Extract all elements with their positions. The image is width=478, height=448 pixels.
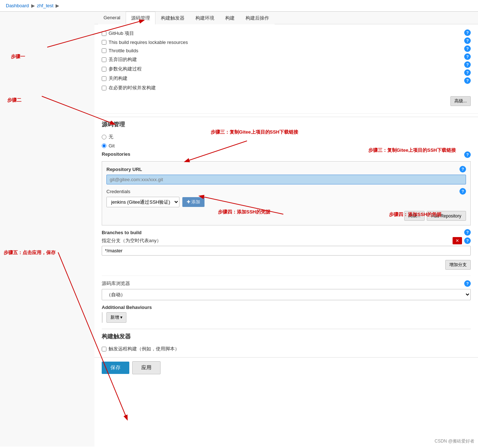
help-icon-repo-url[interactable]: ? — [459, 166, 466, 172]
annotation-step3: 步骤三：复制Gitee上项目的SSH下载链接 — [368, 147, 456, 154]
checkbox-disable-input[interactable] — [102, 76, 106, 81]
general-section: GitHub 项目 This build requires lockable r… — [94, 24, 478, 110]
branches-section: Branches to build ? 指定分支（为空时代表any） ✕ ? 增… — [102, 229, 471, 270]
help-icon-branch-label[interactable]: ? — [464, 237, 471, 244]
trigger-checkbox-row: 触发远程构建（例如，使用脚本） — [102, 344, 471, 354]
save-button[interactable]: 保存 — [102, 362, 129, 374]
tab-post-build[interactable]: 构建后操作 — [240, 12, 275, 24]
checkbox-throttle: Throttle builds — [102, 46, 464, 55]
tabs-bar: General 源码管理 构建触发器 构建环境 构建 构建后操作 — [94, 12, 478, 24]
watermark: CSDN @搬砖爱好者 — [434, 438, 474, 444]
advanced-button-general[interactable]: 高级... — [450, 96, 471, 106]
tab-build[interactable]: 构建 — [220, 12, 240, 24]
help-icon-1[interactable]: ? — [464, 29, 471, 36]
help-icon-7[interactable]: ? — [464, 77, 471, 84]
repositories-box: 步骤三：复制Gitee上项目的SSH下载链接 Repository URL ? … — [102, 161, 471, 225]
tab-env[interactable]: 构建环境 — [190, 12, 220, 24]
dashboard-link[interactable]: Dashboard — [6, 3, 29, 8]
checkbox-github: GitHub 项目 — [102, 29, 464, 38]
build-trigger-section: 构建触发器 触发远程构建（例如，使用脚本） — [102, 329, 471, 354]
help-icon-browser[interactable]: ? — [464, 280, 471, 287]
radio-git[interactable] — [102, 143, 106, 148]
add-credentials-button[interactable]: ✚ 添加 — [182, 197, 204, 207]
help-icon-3[interactable]: ? — [464, 45, 471, 52]
new-behaviour-button[interactable]: 新增 ▾ — [106, 312, 126, 323]
radio-none[interactable] — [102, 135, 106, 139]
browser-select[interactable]: （自动） — [102, 289, 471, 300]
checkbox-discard: 丢弃旧的构建 — [102, 55, 464, 64]
checkbox-lockable: This build requires lockable resources — [102, 38, 464, 46]
browser-label: 源码库浏览器 — [102, 280, 130, 287]
project-link[interactable]: zhf_test — [37, 3, 54, 8]
checkbox-github-input[interactable] — [102, 31, 106, 36]
branch-label: 指定分支（为空时代表any） — [102, 237, 161, 244]
tab-scm[interactable]: 源码管理 — [126, 12, 155, 24]
checkbox-params: 参数化构建过程 — [102, 64, 464, 74]
help-icon-6[interactable]: ? — [464, 69, 471, 76]
help-icon-repos[interactable]: ? — [464, 151, 471, 158]
branches-title: Branches to build — [102, 230, 142, 235]
annotation-step2: 步骤二 — [7, 97, 21, 103]
checkbox-disable: 关闭构建 — [102, 74, 464, 83]
scm-title: 源码管理 — [102, 121, 471, 129]
ab-label: Additional Behaviours — [102, 305, 471, 310]
help-icon-2[interactable]: ? — [464, 37, 471, 44]
annotation-step1: 步骤一 — [11, 53, 25, 60]
trigger-checkbox[interactable] — [102, 347, 106, 351]
help-icon-4[interactable]: ? — [464, 53, 471, 60]
radio-none-row: 无 — [102, 132, 471, 142]
help-icon-branches[interactable]: ? — [464, 229, 471, 236]
repo-url-input[interactable] — [106, 175, 466, 184]
sep2: ▶ — [56, 3, 59, 8]
checkbox-discard-input[interactable] — [102, 57, 106, 62]
branch-value-input[interactable] — [102, 246, 471, 256]
help-icon-5[interactable]: ? — [464, 61, 471, 68]
build-trigger-title: 构建触发器 — [102, 333, 471, 341]
checkbox-params-input[interactable] — [102, 67, 106, 72]
tab-general[interactable]: General — [98, 12, 126, 24]
delete-branch-button[interactable]: ✕ — [453, 237, 462, 244]
annotation-step4: 步骤四：添加SSH的凭据 — [389, 211, 441, 218]
breadcrumb: Dashboard ▶ zhf_test ▶ — [0, 0, 478, 12]
checkbox-lockable-input[interactable] — [102, 40, 106, 45]
annotation-step5: 步骤五：点击应用，保存 — [4, 249, 56, 256]
credentials-row: jenkins (Gitee通过SSH验证) ✚ 添加 — [106, 197, 466, 207]
sep1: ▶ — [31, 3, 35, 8]
checkbox-concurrent-input[interactable] — [102, 86, 106, 90]
tab-trigger[interactable]: 构建触发器 — [155, 12, 190, 24]
footer-bar: 保存 应用 — [94, 357, 478, 378]
scm-section: 源码管理 无 Git Repositories ? — [94, 117, 478, 357]
repo-url-label: Repository URL — [106, 167, 142, 172]
branch-label-row: 指定分支（为空时代表any） ✕ ? — [102, 237, 471, 244]
additional-behaviours: Additional Behaviours 新增 ▾ — [102, 305, 471, 323]
credentials-select[interactable]: jenkins (Gitee通过SSH验证) — [106, 197, 179, 207]
apply-button[interactable]: 应用 — [132, 361, 161, 374]
left-panel: 步骤一 步骤二 步骤五：点击应用，保存 — [0, 12, 94, 447]
browser-section: 源码库浏览器 ? （自动） — [102, 276, 471, 300]
help-icon-credentials[interactable]: ? — [459, 188, 466, 195]
checkbox-throttle-input[interactable] — [102, 48, 106, 53]
checkbox-concurrent: 在必要的时候并发构建 — [102, 83, 464, 93]
right-panel: General 源码管理 构建触发器 构建环境 构建 构建后操作 GitHub … — [94, 12, 478, 447]
add-branch-button[interactable]: 增加分支 — [445, 260, 471, 270]
credentials-label: Credentials — [106, 189, 130, 194]
